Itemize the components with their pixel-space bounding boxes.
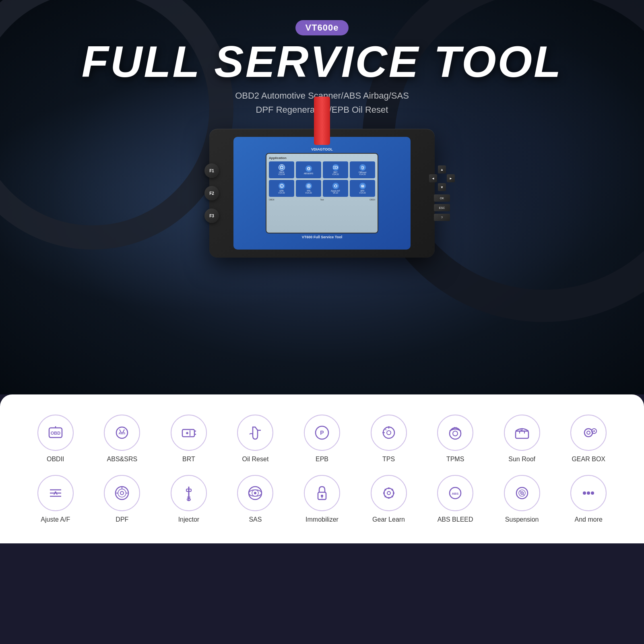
feature-injector: Injector	[157, 475, 220, 523]
obd-icon: OBD	[46, 423, 65, 442]
app-oilreset: OilResetV14.30	[350, 161, 375, 178]
svg-rect-0	[281, 166, 283, 169]
icon-circle-ajuste	[37, 475, 74, 511]
app-icon-ajuste	[332, 183, 339, 189]
product-badge: VT600e	[295, 20, 348, 35]
svg-point-13	[307, 184, 310, 188]
scanner-device: F1 F2 F3 VDIAGTOOL Application	[209, 129, 435, 258]
dpad-left[interactable]: ◄	[429, 174, 437, 182]
label-gearbox: GEAR BOX	[572, 456, 605, 463]
icon-circle-tps	[371, 415, 407, 451]
label-sas: SAS	[249, 516, 262, 523]
battery-icon	[179, 423, 198, 442]
svg-point-57	[584, 429, 592, 437]
app-icon-brt	[332, 164, 339, 171]
esc-button[interactable]: ESC	[434, 204, 450, 211]
app-label-dpf: DPFV14.30	[359, 190, 366, 194]
app-label-brt: BRTV14.30	[332, 171, 339, 176]
app-label-epb: EPBV14.30	[279, 190, 285, 194]
svg-point-60	[593, 430, 595, 432]
f2-button[interactable]: F2	[204, 186, 219, 200]
svg-point-82	[321, 495, 323, 497]
feature-suspension: Suspension	[491, 475, 553, 523]
scanner-screen: Application OBDIIV11.04	[266, 153, 378, 233]
tps-icon	[379, 423, 398, 442]
main-title: FULL SERVICE TOOL	[82, 39, 563, 84]
svg-point-42	[387, 431, 391, 435]
label-absbleed: ABS BLEED	[438, 516, 473, 523]
svg-rect-51	[516, 431, 528, 438]
svg-point-102	[587, 491, 590, 495]
app-icon-obdii	[279, 164, 285, 171]
feature-tpms: TPMS	[424, 415, 487, 463]
abs-icon: ABS	[112, 423, 132, 442]
feature-obdii: OBD OBDII	[24, 415, 87, 463]
icon-circle-oil	[237, 415, 273, 451]
label-ajuste: Ajuste A/F	[41, 516, 70, 523]
feature-sas: SAS	[224, 475, 287, 523]
svg-line-99	[520, 491, 521, 492]
icon-circle-tpms	[437, 415, 473, 451]
svg-point-80	[254, 492, 256, 494]
f1-button[interactable]: F1	[204, 163, 219, 178]
screen-apps-grid: OBDIIV11.04 ABS&SRS	[269, 161, 375, 197]
feature-sunroof: Sun Roof	[491, 415, 553, 463]
svg-point-96	[516, 487, 528, 499]
icon-circle-absbleed: ABS	[437, 475, 473, 511]
feature-tps: TPS	[357, 415, 420, 463]
svg-text:ABS: ABS	[452, 492, 459, 495]
screen-title: Application	[269, 156, 375, 160]
injector-icon	[179, 483, 198, 503]
icon-circle-injector	[171, 475, 207, 511]
app-epb: P EPBV14.30	[269, 180, 294, 197]
svg-point-68	[118, 489, 126, 497]
feature-epb: P EPB	[291, 415, 353, 463]
svg-text:P: P	[320, 429, 324, 436]
feature-brt: BRT	[157, 415, 220, 463]
label-gearlearn: Gear Learn	[372, 516, 405, 523]
icon-circle-dpf	[104, 475, 140, 511]
svg-point-48	[453, 431, 458, 436]
suspension-icon	[512, 483, 532, 503]
scanner-blue-panel: VDIAGTOOL Application	[233, 137, 411, 250]
ajuste-icon	[46, 483, 65, 503]
icon-circle-abs: ABS	[104, 415, 140, 451]
label-tpms: TPMS	[446, 456, 464, 463]
feature-immobilizer: Immobilizer	[291, 475, 353, 523]
scanner-container: F1 F2 F3 VDIAGTOOL Application	[209, 129, 435, 258]
app-dpf: DPFV14.30	[350, 180, 375, 197]
svg-point-103	[591, 491, 594, 495]
label-abs: ABS&SRS	[107, 456, 138, 463]
label-oil: Oil Reset	[242, 456, 269, 463]
left-function-buttons: F1 F2 F3	[204, 163, 219, 223]
dpad-down[interactable]: ▼	[438, 183, 446, 191]
feature-absbleed: ABS ABS BLEED	[424, 475, 487, 523]
app-icon-tps	[305, 183, 312, 189]
help-button[interactable]: ?	[434, 214, 450, 221]
app-icon-epb: P	[279, 183, 285, 189]
epb-icon: P	[312, 423, 332, 442]
dpad-right[interactable]: ►	[447, 174, 455, 182]
app-label-obdii: OBDIIV11.04	[279, 171, 285, 176]
label-suspension: Suspension	[505, 516, 539, 523]
dpad-up[interactable]: ▲	[438, 165, 446, 173]
svg-text:OBD: OBD	[51, 431, 61, 436]
app-label-oilreset: OilResetV14.30	[359, 171, 366, 176]
obd-cable	[314, 97, 330, 145]
feature-dpf: DPF	[91, 475, 154, 523]
dpf-icon	[112, 483, 132, 503]
features-row-2: Ajuste A/F DPF	[24, 475, 620, 523]
icon-circle-epb: P	[304, 415, 340, 451]
ok-button[interactable]: OK	[434, 194, 450, 202]
svg-point-85	[387, 491, 390, 495]
icon-circle-obdii: OBD	[37, 415, 74, 451]
scanner-brand: VDIAGTOOL	[311, 147, 332, 151]
f3-button[interactable]: F3	[204, 208, 219, 223]
label-immobilizer: Immobilizer	[305, 516, 339, 523]
svg-point-69	[120, 491, 124, 495]
icon-circle-immobilizer	[304, 475, 340, 511]
label-more: And more	[575, 516, 603, 523]
svg-rect-5	[333, 166, 337, 169]
svg-point-58	[587, 431, 590, 434]
feature-gearlearn: Gear Learn	[357, 475, 420, 523]
